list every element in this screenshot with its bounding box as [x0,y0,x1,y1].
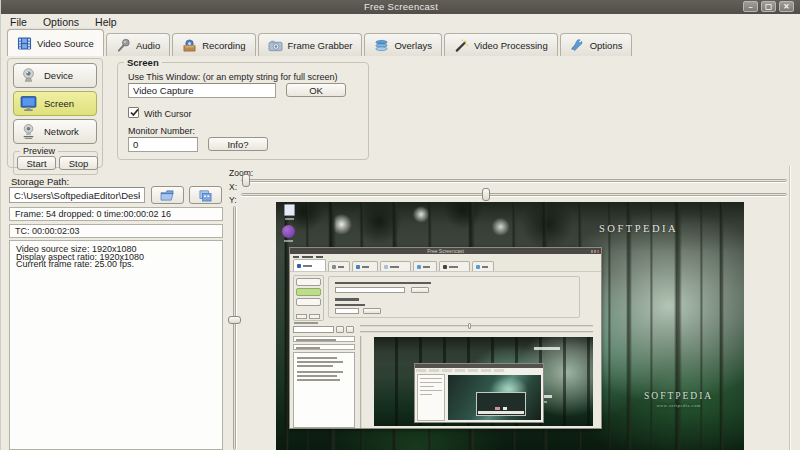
minimize-button[interactable]: – [743,1,758,12]
tab-options[interactable]: Options [560,33,633,56]
y-slider-thumb[interactable] [228,316,241,324]
nested-capture-preview [374,337,593,426]
nested-app-window: Free Screencast [289,247,602,429]
device-button[interactable]: Device [13,63,97,88]
menu-help[interactable]: Help [95,16,117,28]
window-title-input[interactable] [128,83,276,98]
info-line: Current frame rate: 25.00 fps. [16,261,222,269]
open-storage-button[interactable] [189,186,222,204]
zoom-slider-track[interactable] [241,179,787,182]
use-window-label: Use This Window: (or an empty string for… [128,72,337,82]
monitor-icon [20,95,37,112]
tree-trunk [719,202,724,450]
softpedia-text: SOFTPEDIA [644,391,713,401]
tab-label: Options [590,40,623,51]
source-panel: Device Screen Network Preview Start Stop [7,58,103,168]
webcam-icon [20,67,37,84]
panel-divider [789,166,791,450]
y-slider[interactable] [228,206,241,450]
nested-tabstrip [290,259,601,272]
zoom-slider-thumb[interactable] [242,174,250,187]
close-button[interactable]: ✕ [779,1,794,12]
monitor-number-input[interactable] [128,137,198,152]
y-slider-track[interactable] [233,206,236,450]
open-folder-icon [160,189,175,202]
tree-trunk [626,202,632,450]
info-button[interactable]: Info? [208,137,268,151]
menu-file[interactable]: File [10,16,27,28]
x-slider-thumb[interactable] [482,188,490,201]
wand-icon [454,38,469,53]
device-label: Device [44,70,73,81]
tools-icon [570,38,585,53]
desktop-icon-purple-app [282,225,295,242]
zoom-slider[interactable] [241,174,787,187]
recording-icon [182,38,197,53]
preview-legend: Preview [20,146,58,156]
tree-trunk [650,202,653,450]
storage-path-input[interactable] [9,187,145,203]
timecode-status: TC: 00:00:02:03 [9,224,223,238]
nested-window-controls [591,250,599,253]
nested-info-panel [293,352,355,428]
tab-frame-grabber[interactable]: Frame Grabber [258,33,363,56]
tab-video-processing[interactable]: Video Processing [444,33,558,56]
screen-group: Screen Use This Window: (or an empty str… [117,62,369,160]
tree-trunk [674,202,682,450]
tab-label: Video Source [37,38,94,49]
screen-button[interactable]: Screen [13,91,97,116]
frame-status: Frame: 54 dropped: 0 time:00:00:02 16 [9,207,223,221]
video-info-panel: Video source size: 1920x1080 Display asp… [9,240,223,450]
nested-level4-window [476,392,526,416]
nested-screen-group [328,276,580,318]
tab-recording[interactable]: Recording [172,33,255,56]
monitor-number-label: Monitor Number: [128,126,195,136]
network-button[interactable]: Network [13,119,97,144]
y-label: Y: [229,195,237,205]
tab-label: Video Processing [474,40,548,51]
softpedia-watermark-top: SOFTPEDIA [599,223,678,234]
titlebar: Free Screencast – ▢ ✕ [1,0,800,14]
x-slider[interactable] [241,188,787,201]
storage-path-label: Storage Path: [11,176,69,187]
nested-level3-preview [448,375,541,420]
layers-icon [374,38,389,53]
tab-audio[interactable]: Audio [106,33,170,56]
camera-icon [268,38,283,53]
tree-trunk [700,202,703,450]
network-label: Network [44,126,79,137]
window-controls: – ▢ ✕ [743,1,794,12]
nested-path-input [293,326,334,333]
x-label: X: [229,182,237,192]
window-title: Free Screencast [1,1,800,12]
screen-label: Screen [44,98,74,109]
menu-options[interactable]: Options [43,16,79,28]
app-window: Free Screencast – ▢ ✕ File Options Help … [0,0,800,450]
with-cursor-checkbox[interactable] [128,107,139,118]
nested-source-panel [293,275,324,321]
tabstrip: Video Source Audio Recording Frame Grabb… [1,29,800,56]
film-icon [17,36,32,51]
capture-preview: SOFTPEDIA SOFTPEDIA www.softpedia.com Fr… [276,202,744,450]
screen-group-legend: Screen [124,57,162,68]
tab-video-source[interactable]: Video Source [7,29,104,56]
microphone-icon [116,38,131,53]
stop-button[interactable]: Stop [59,156,98,170]
preview-controls-group: Preview Start Stop [13,151,98,175]
with-cursor-label: With Cursor [144,109,192,119]
x-slider-track[interactable] [241,193,787,196]
tree-trunk [608,202,611,450]
desktop-icon-document [283,204,296,220]
network-camera-icon [20,123,37,140]
tab-overlays[interactable]: Overlays [364,33,441,56]
film-copy-icon [198,189,213,202]
tab-label: Audio [136,40,160,51]
ok-button[interactable]: OK [286,83,346,97]
tab-label: Overlays [394,40,431,51]
tab-label: Frame Grabber [288,40,353,51]
browse-folder-button[interactable] [151,186,184,204]
start-button[interactable]: Start [17,156,56,170]
check-icon [129,107,140,118]
maximize-button[interactable]: ▢ [761,1,776,12]
tab-label: Recording [202,40,245,51]
